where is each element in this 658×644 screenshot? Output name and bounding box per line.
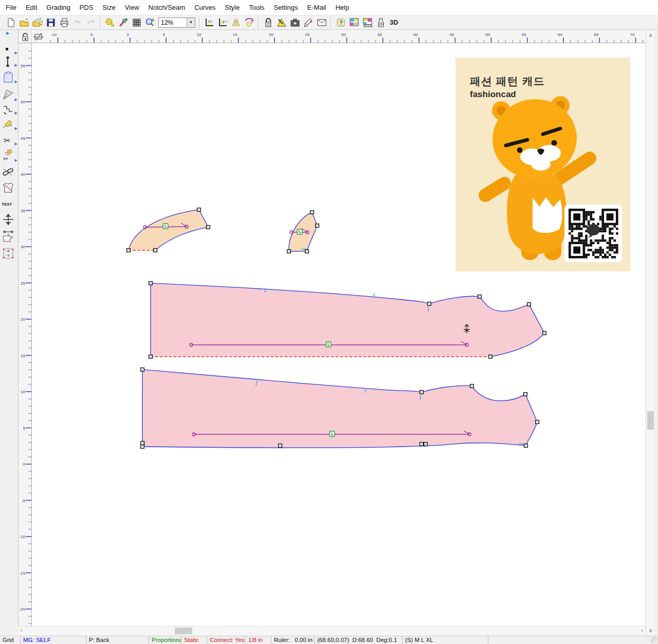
menu-pds[interactable]: PDS [75,4,98,11]
pattern-handle[interactable] [489,355,492,359]
grain-length-marker[interactable] [330,431,335,436]
adjust-hammer-icon[interactable] [117,16,130,29]
pattern-handle[interactable] [470,384,474,388]
menu-edit[interactable]: Edit [21,4,42,11]
menu-size[interactable]: Size [98,4,120,11]
resize-grip[interactable] [651,637,657,643]
rotate-piece-icon[interactable] [243,16,256,29]
grain-length-marker[interactable] [326,342,331,347]
tape-measure-icon[interactable] [103,16,117,29]
pattern-piece-front[interactable] [151,283,544,357]
redo-icon[interactable] [84,16,98,29]
pattern-handle[interactable] [543,332,546,335]
pattern-handle[interactable] [420,391,424,394]
print-icon[interactable] [58,16,71,29]
pattern-handle[interactable] [207,226,210,229]
status-grid-toggle[interactable]: Grid [0,636,21,644]
move-point-x-icon[interactable]: x↕ [203,16,216,29]
plot-lock-icon[interactable] [262,16,275,29]
pattern-handle[interactable] [428,302,431,306]
pattern-handle[interactable] [310,211,314,214]
pattern-handle[interactable] [141,368,144,372]
menu-grading[interactable]: Grading [42,4,75,11]
open-file-icon[interactable] [17,16,31,29]
horizontal-scrollbar[interactable]: ‹ › [19,626,645,635]
garment-tool[interactable] [2,180,17,195]
threed-label[interactable]: 3D [390,19,398,26]
grain-length-marker[interactable] [297,229,302,234]
point-select-tool[interactable]: ▶ [2,43,17,56]
pattern-handle[interactable] [478,295,482,299]
pattern-handle[interactable] [524,393,527,396]
scroll-left-icon[interactable]: ‹ [21,628,22,633]
pattern-handle[interactable] [287,250,291,253]
pattern-canvas[interactable]: 패션 패턴 캐드 fashioncad [32,43,645,626]
zoom-level-select[interactable]: 12% ▼ [158,17,195,28]
plotter-pen-icon[interactable] [302,16,315,29]
menu-tools[interactable]: Tools [244,4,269,11]
status-static-toggle[interactable]: Static [181,636,207,644]
stamp-3d-icon[interactable]: 3D [374,16,388,29]
pattern-handle[interactable] [279,444,282,448]
scissors-tool[interactable]: ✂▶ [2,134,17,147]
new-document-icon[interactable] [4,16,17,29]
text-tool[interactable]: TEXT [2,197,17,211]
pattern-handle[interactable] [197,208,201,212]
zoom-dropdown-arrow-icon[interactable]: ▼ [187,18,195,27]
vertical-scroll-thumb[interactable] [647,411,654,430]
grid-table-icon[interactable] [130,16,143,29]
piece-check-icon[interactable] [275,16,288,29]
horizontal-scroll-thumb[interactable] [175,628,192,634]
save-icon[interactable] [44,16,58,29]
pattern-handle[interactable] [127,249,131,252]
pattern-handle[interactable] [141,445,144,449]
scroll-right-icon[interactable]: › [642,628,643,633]
cut-piece-tool[interactable]: ✂▶ [2,148,17,163]
pattern-handle[interactable] [141,441,144,445]
join-tool[interactable] [2,165,17,179]
grain-length-marker[interactable] [163,224,168,229]
screen-layout-a-icon[interactable] [348,16,361,29]
curve-draw-tool[interactable]: ▶ [2,118,17,132]
menu-notch-seam[interactable]: Notch/Seam [144,4,190,11]
snapshot-camera-icon[interactable] [288,16,302,29]
pattern-handle[interactable] [527,303,531,306]
status-measure-group[interactable]: MG: SELF [21,636,86,644]
fashioncad-ad-banner[interactable]: 패션 패턴 캐드 fashioncad [455,58,630,271]
menu-file[interactable]: File [1,4,21,11]
screen-layout-b-icon[interactable] [361,16,374,29]
menu-curves[interactable]: Curves [190,4,220,11]
unlock-icon[interactable] [20,32,30,42]
undo-icon[interactable] [71,16,84,29]
palette-scroll-arrow-icon[interactable]: ▶ [6,31,9,35]
pattern-handle[interactable] [149,355,153,359]
pattern-piece-tool[interactable]: ▶ [2,69,17,85]
email-send-icon[interactable] [315,16,328,29]
status-snap-increment[interactable]: 1/8 in [246,636,271,644]
pattern-piece-back[interactable] [142,370,537,448]
move-point-y-icon[interactable]: y↔ [216,16,229,29]
menu-email[interactable]: E-Mail [303,4,331,11]
status-piece-name[interactable]: P: Back [86,636,149,644]
pattern-handle[interactable] [316,224,319,228]
line-tool[interactable]: ▶ [2,55,17,68]
trace-tool[interactable]: ▶ [2,103,17,116]
menu-style[interactable]: Style [220,4,244,11]
dart-tool[interactable]: ▶ [2,87,17,103]
pattern-handle[interactable] [149,282,153,285]
measure-tool[interactable] [2,229,17,245]
move-tool[interactable] [2,212,17,227]
xy-dimension-tool[interactable]: XY [2,246,17,261]
pattern-handle[interactable] [154,249,157,252]
vertical-scrollbar[interactable]: ∧ ∨ [646,31,654,635]
pattern-handle[interactable] [420,443,424,446]
menu-view[interactable]: View [120,4,144,11]
pattern-handle[interactable] [536,420,539,424]
status-proportional-toggle[interactable]: Proportional [149,636,181,644]
help-icon[interactable]: ? [334,16,348,29]
mirror-flip-icon[interactable] [229,16,243,29]
open-pattern-icon[interactable] [31,16,44,29]
zoom-scale-icon[interactable]: ± [143,16,157,29]
pattern-handle[interactable] [524,444,528,448]
pattern-handle[interactable] [305,250,309,253]
